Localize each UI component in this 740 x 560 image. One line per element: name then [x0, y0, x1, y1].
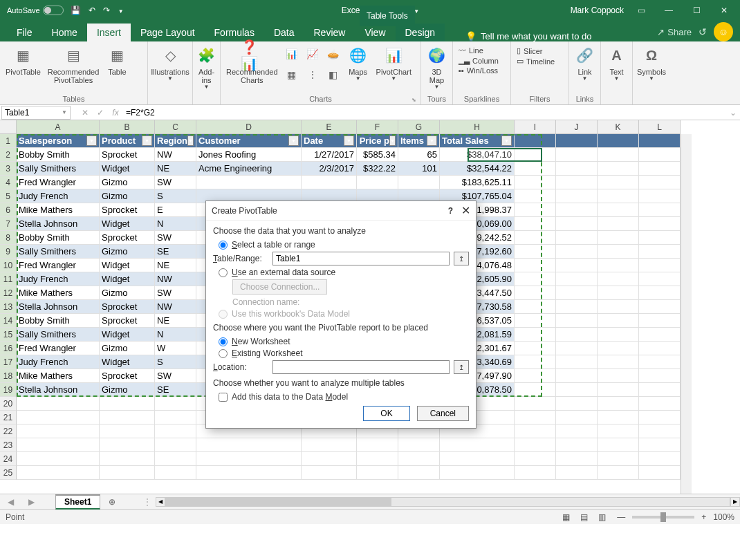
cell-K22[interactable] — [598, 424, 639, 438]
cell-B8[interactable]: Sprocket — [100, 231, 155, 245]
cell-F24[interactable] — [357, 452, 398, 466]
row-header-18[interactable]: 18 — [0, 369, 17, 383]
cell-D3[interactable]: Acme Engineering — [196, 162, 302, 176]
cell-J10[interactable] — [556, 259, 598, 272]
share-button[interactable]: ↗ Share — [657, 27, 692, 37]
cell-B3[interactable]: Widget — [100, 162, 155, 176]
cell-L12[interactable] — [639, 286, 681, 300]
cell-L25[interactable] — [639, 466, 681, 480]
filter-button[interactable]: ▼ — [142, 136, 152, 146]
cell-L6[interactable] — [639, 203, 681, 217]
cell-I5[interactable] — [515, 189, 556, 203]
undo-icon[interactable]: ↶ — [86, 6, 98, 15]
cell-C25[interactable] — [155, 466, 196, 480]
radio-use-external[interactable]: Use an external data source — [219, 268, 469, 277]
tell-me-search[interactable]: 💡 Tell me what you want to do — [465, 31, 591, 41]
sheet-nav-prev-icon[interactable]: ◀ — [8, 497, 14, 507]
cell-B14[interactable]: Sprocket — [100, 314, 155, 328]
cell-C18[interactable]: SW — [155, 369, 196, 383]
cell-A11[interactable]: Judy French — [17, 272, 100, 286]
filter-button[interactable]: ▼ — [427, 136, 437, 146]
dialog-help-button[interactable]: ? — [448, 206, 453, 216]
cell-E3[interactable]: 2/3/2017 — [302, 162, 357, 176]
cell-I3[interactable] — [515, 162, 556, 176]
radio-new-worksheet[interactable]: New Worksheet — [219, 337, 469, 346]
cell-B5[interactable]: Gizmo — [100, 189, 155, 203]
row-header-13[interactable]: 13 — [0, 300, 17, 314]
autosave-toggle[interactable]: AutoSave — [7, 6, 64, 15]
line-chart-button[interactable]: 📈 — [303, 46, 322, 65]
row-header-20[interactable]: 20 — [0, 397, 17, 411]
cell-H3[interactable]: $32,544.22 — [440, 162, 515, 176]
bar-chart-button[interactable]: 📊 — [282, 46, 302, 65]
cell-L14[interactable] — [639, 314, 681, 328]
timeline-button[interactable]: ▭Timeline — [514, 56, 557, 66]
row-header-11[interactable]: 11 — [0, 272, 17, 286]
cell-C10[interactable]: NE — [155, 259, 196, 272]
maps-button[interactable]: 🌐 Maps▼ — [344, 43, 372, 84]
cell-A21[interactable] — [17, 411, 100, 424]
row-header-3[interactable]: 3 — [0, 162, 17, 176]
header-cell-E[interactable]: Date▼ — [302, 134, 357, 148]
pivotchart-button[interactable]: 📊 PivotChart▼ — [373, 43, 414, 84]
cell-C17[interactable]: S — [155, 355, 196, 369]
cell-K19[interactable] — [598, 383, 639, 397]
cell-I19[interactable] — [515, 383, 556, 397]
cell-A12[interactable]: Mike Mathers — [17, 286, 100, 300]
scroll-left-icon[interactable]: ◀ — [156, 497, 165, 507]
ribbon-display-icon[interactable]: ▭ — [631, 1, 651, 20]
header-cell-A[interactable]: Salesperson▼ — [17, 134, 100, 148]
ok-button[interactable]: OK — [363, 406, 409, 421]
row-header-5[interactable]: 5 — [0, 189, 17, 203]
cell-I16[interactable] — [515, 342, 556, 355]
cell-K25[interactable] — [598, 466, 639, 480]
column-header-I[interactable]: I — [515, 120, 556, 134]
header-cell-C[interactable]: Region▼ — [155, 134, 196, 148]
table-button[interactable]: ▦ Table — [103, 43, 131, 77]
column-header-J[interactable]: J — [556, 120, 598, 134]
cell-F25[interactable] — [357, 466, 398, 480]
cell-E23[interactable] — [302, 438, 357, 452]
cell-I12[interactable] — [515, 286, 556, 300]
cell-E24[interactable] — [302, 452, 357, 466]
cell-H23[interactable] — [440, 438, 515, 452]
cell-A7[interactable]: Stella Johnson — [17, 217, 100, 231]
cell-I25[interactable] — [515, 466, 556, 480]
cell-I2[interactable] — [515, 148, 556, 162]
cell-D23[interactable] — [196, 438, 302, 452]
tab-data[interactable]: Data — [264, 24, 304, 41]
cell-A9[interactable]: Sally Smithers — [17, 245, 100, 259]
addins-button[interactable]: 🧩 Add- ins▼ — [196, 43, 217, 92]
cell-A22[interactable] — [17, 424, 100, 438]
sparkline-column-button[interactable]: ▁▃Column — [456, 55, 501, 66]
radio-use-external-input[interactable] — [219, 268, 228, 277]
cell-B15[interactable]: Widget — [100, 328, 155, 342]
row-header-25[interactable]: 25 — [0, 466, 17, 480]
row-header-2[interactable]: 2 — [0, 148, 17, 162]
filter-button[interactable]: ▼ — [389, 136, 396, 146]
page-layout-view-button[interactable]: ▤ — [577, 510, 591, 524]
cell-B2[interactable]: Sprocket — [100, 148, 155, 162]
sparkline-winloss-button[interactable]: ▪▪Win/Loss — [456, 66, 501, 75]
row-header-10[interactable]: 10 — [0, 259, 17, 272]
cell-J25[interactable] — [556, 466, 598, 480]
cell-K9[interactable] — [598, 245, 639, 259]
cell-B11[interactable]: Widget — [100, 272, 155, 286]
radio-existing-worksheet[interactable]: Existing Worksheet — [219, 348, 469, 358]
cell-B13[interactable]: Sprocket — [100, 300, 155, 314]
cell-I8[interactable] — [515, 231, 556, 245]
cell-B4[interactable]: Gizmo — [100, 176, 155, 189]
radio-existing-worksheet-input[interactable] — [219, 349, 228, 358]
cell-K16[interactable] — [598, 342, 639, 355]
header-cell-J[interactable] — [556, 134, 598, 148]
cell-J4[interactable] — [556, 176, 598, 189]
cell-B25[interactable] — [100, 466, 155, 480]
column-header-F[interactable]: F — [357, 120, 398, 134]
cell-J6[interactable] — [556, 203, 598, 217]
cell-A19[interactable]: Stella Johnson — [17, 383, 100, 397]
cell-L9[interactable] — [639, 245, 681, 259]
cell-E4[interactable] — [302, 176, 357, 189]
cell-B22[interactable] — [100, 424, 155, 438]
cell-L10[interactable] — [639, 259, 681, 272]
cancel-formula-button[interactable]: ✕ — [77, 108, 93, 118]
